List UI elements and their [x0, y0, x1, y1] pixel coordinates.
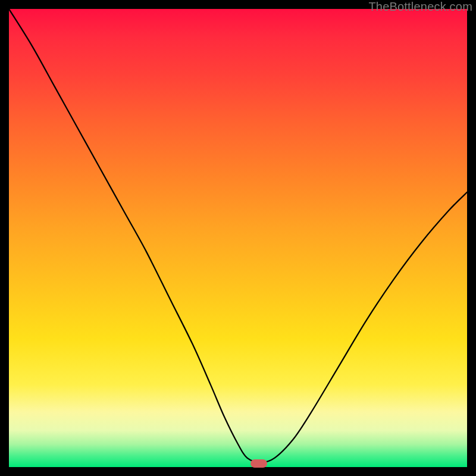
- optimal-point-marker: [250, 459, 267, 468]
- chart-frame: TheBottleneck.com: [0, 0, 476, 476]
- gradient-plot-area: [9, 9, 467, 467]
- watermark-text: TheBottleneck.com: [368, 0, 472, 14]
- curve-svg: [9, 9, 467, 467]
- bottleneck-curve: [9, 9, 467, 462]
